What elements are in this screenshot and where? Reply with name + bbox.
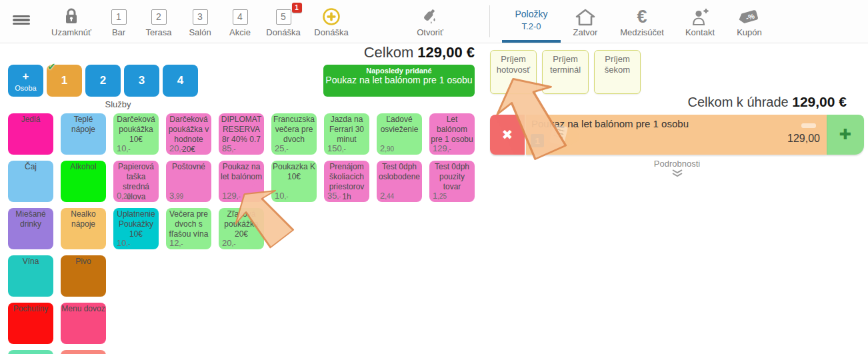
receipt-item[interactable]: Poukaz na let balónom pre 1 osobu 1 129,…: [526, 115, 827, 155]
order-total-value: 129,00 €: [417, 44, 475, 61]
product-tile-title: DIPLOMAT RESERVA 8r 40% 0.7: [219, 113, 264, 145]
topbar-divider: [489, 5, 490, 37]
product-grid-row: ČajAlkoholPapierová taška stredná elova0…: [8, 161, 475, 202]
topbar-item-kupon[interactable]: -%Kupón: [726, 0, 773, 43]
product-tile-price: 1,25: [433, 191, 447, 201]
person-button-4[interactable]: 4: [163, 65, 198, 97]
topbar-item-bar[interactable]: 1Bar: [100, 0, 137, 43]
last-added-title: Naposledy pridané: [323, 67, 475, 75]
topbar-item-otvorit[interactable]: Otvoriť: [380, 0, 480, 43]
person-button-1[interactable]: 1✔: [47, 65, 82, 97]
add-quantity-button[interactable]: ✚: [827, 115, 864, 155]
product-tile[interactable]: Prenájom školiacich priestorov 1h35,-: [324, 161, 369, 202]
product-tile[interactable]: Ľadové osvieženie2,90: [377, 113, 422, 155]
product-tile[interactable]: Nealko nápoje: [61, 208, 106, 249]
product-tile[interactable]: Pivo: [61, 255, 106, 297]
topbar-item-zatvor[interactable]: Zatvor: [561, 0, 610, 43]
product-tile-title: Teplé nápoje: [61, 113, 106, 135]
product-tile[interactable]: Miešané drinky: [8, 208, 53, 249]
topbar-item-label: Donáška: [314, 27, 348, 37]
product-tile[interactable]: Jedlá: [8, 113, 53, 155]
notification-badge: 1: [292, 3, 302, 13]
product-tile[interactable]: Test 0dph pouzity tovar1,25: [429, 161, 475, 202]
product-grid-row: PochutinyMenu dovoz: [8, 303, 475, 344]
product-tile[interactable]: Poštovné3,99: [166, 161, 211, 202]
product-tile[interactable]: Teplé nápoje: [61, 113, 106, 155]
product-tile-title: [8, 350, 53, 351]
details-toggle[interactable]: Podrobnosti: [490, 159, 864, 177]
table-number-icon: 3: [193, 7, 208, 27]
topbar-item-donaska-5[interactable]: 51Donáška: [260, 0, 307, 43]
product-tile[interactable]: Jazda na Ferrari 30 minut150,-: [324, 113, 369, 155]
payment-button[interactable]: Príjem hotovosť: [490, 50, 537, 94]
topbar-item-donaska-plus[interactable]: Donáška: [307, 0, 356, 43]
topbar-item-salon[interactable]: 3Salón: [180, 0, 220, 43]
product-tile[interactable]: Pochutiny: [8, 303, 53, 344]
product-tile[interactable]: DIPLOMAT RESERVA 8r 40% 0.785,-: [219, 113, 264, 155]
product-tile-price: 10,-: [275, 191, 289, 201]
topbar-item-polozky[interactable]: PoložkyT.2-0: [502, 0, 561, 43]
product-tile[interactable]: Čaj: [8, 161, 53, 202]
product-tile[interactable]: Alkohol: [61, 161, 106, 202]
product-tile[interactable]: [61, 350, 106, 354]
product-tile[interactable]: Poukaz na let balónom129,-: [219, 161, 264, 202]
product-tile-title: Nealko nápoje: [61, 208, 106, 229]
topbar-item-label: Bar: [112, 27, 125, 37]
topbar-item-label: Položky: [515, 9, 547, 19]
person-button-2[interactable]: 2: [85, 65, 121, 97]
topbar-item-kontakt[interactable]: Kontakt: [674, 0, 726, 43]
last-added-button[interactable]: Naposledy pridané Poukaz na let balónom …: [323, 65, 475, 97]
product-tile[interactable]: Papierová taška stredná elova0,20: [113, 161, 159, 202]
product-grid-row: [8, 350, 475, 354]
product-tile[interactable]: Poukazka K 10€10,-: [271, 161, 317, 202]
product-tile[interactable]: Vína: [8, 255, 53, 297]
product-tile-price: 2,44: [380, 191, 394, 201]
price-placeholder: [801, 123, 816, 128]
product-tile[interactable]: Menu dovoz: [61, 303, 106, 344]
topbar-item-akcie[interactable]: 4Akcie: [220, 0, 260, 43]
topbar-item-menu[interactable]: [0, 0, 43, 43]
product-grid-row: Miešané drinkyNealko nápojeUplatnenie Po…: [8, 208, 475, 249]
product-tile-title: Darčeková poukážka 10€: [113, 113, 159, 145]
product-tile-price: 10,-: [117, 143, 131, 153]
product-tile[interactable]: Zľavová poukážka 20€20,-: [219, 208, 264, 249]
product-tile-title: Alkohol: [61, 161, 106, 172]
product-tile[interactable]: Let balónom pre 1 osobu129,-: [429, 113, 475, 155]
product-tile[interactable]: Darčeková poukážka v hodnote 20€20,-: [166, 113, 211, 155]
check-icon: ✔: [47, 61, 56, 73]
product-tile-title: Miešané drinky: [8, 208, 53, 229]
payment-button[interactable]: Príjem terminál: [542, 50, 589, 94]
topbar-item-label: Kupón: [737, 27, 762, 37]
topbar-item-uzamknut[interactable]: Uzamknúť: [43, 0, 100, 43]
topbar-item-label: Zatvor: [573, 27, 598, 37]
plus-icon: ✚: [839, 126, 851, 143]
euro-icon: €: [637, 7, 647, 27]
product-tile-title: Test 0dph oslobodene: [377, 161, 422, 182]
remove-item-button[interactable]: ✖: [490, 115, 525, 155]
topbar-item-terasa[interactable]: 2Terasa: [137, 0, 180, 43]
product-tile-price: 0,20: [117, 191, 131, 201]
product-tile[interactable]: Test 0dph oslobodene2,44: [377, 161, 422, 202]
product-tile-title: Poukazka K 10€: [271, 161, 317, 182]
product-tile[interactable]: Večera pre dvoch s fľašou vína12,-: [166, 208, 211, 249]
product-tile[interactable]: Darčeková poukážka 10€10,-: [113, 113, 159, 155]
product-tile-title: Jazda na Ferrari 30 minut: [324, 113, 369, 145]
table-number-icon: 2: [151, 7, 167, 27]
person-button-3[interactable]: 3: [124, 65, 159, 97]
product-tile[interactable]: Francuzska večera pre dvoch25,-: [271, 113, 317, 155]
payment-buttons: Príjem hotovosťPríjem terminálPríjem šek…: [490, 50, 641, 94]
add-person-button[interactable]: +Osoba: [8, 65, 43, 97]
product-tile-title: Zľavová poukážka 20€: [219, 208, 264, 239]
close-icon: ✖: [502, 127, 513, 143]
product-tile[interactable]: [8, 350, 53, 354]
product-tile-title: Poštovné: [166, 161, 211, 172]
plus-circle-icon: [322, 7, 341, 27]
topbar-item-medzisucet[interactable]: €Medzisúčet: [610, 0, 674, 43]
product-tile[interactable]: Uplatnenie Poukážky 10€10,-: [113, 208, 159, 249]
topbar-item-label: Otvoriť: [417, 27, 443, 37]
topbar-item-label: Donáška: [266, 27, 300, 37]
payment-button[interactable]: Príjem šekom: [594, 50, 641, 94]
topbar-item-label: Terasa: [145, 27, 171, 37]
order-total: Celkom 129,00 €: [253, 44, 475, 61]
product-tile-price: 10,-: [117, 238, 131, 248]
